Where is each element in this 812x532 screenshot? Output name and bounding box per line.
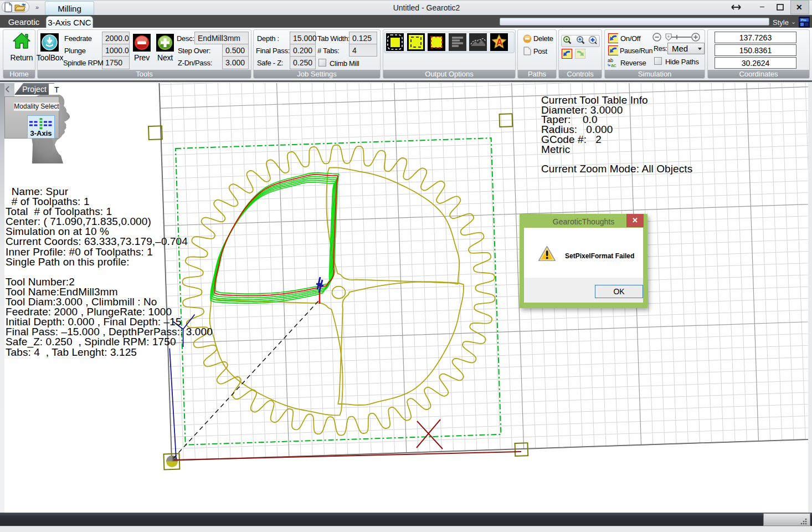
svg-text:Pro: Pro bbox=[801, 18, 806, 22]
svg-text:ac: ac bbox=[611, 63, 616, 68]
svg-text:A: A bbox=[496, 38, 503, 47]
